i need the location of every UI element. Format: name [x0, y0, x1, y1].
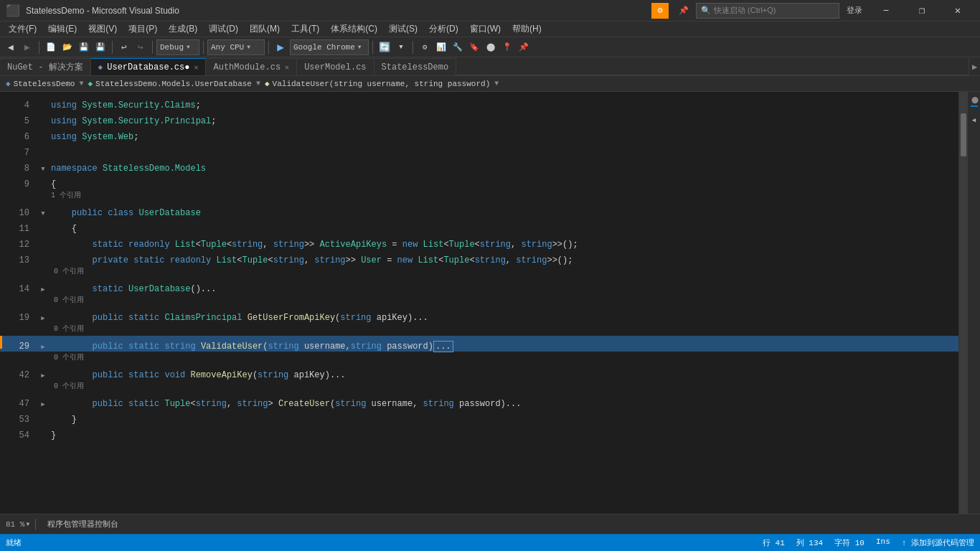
breadcrumb-sep1: ▼ [79, 80, 83, 88]
menu-view[interactable]: 视图(V) [83, 22, 123, 37]
scroll-indicator [971, 105, 978, 107]
code-line-7: 7 [0, 142, 958, 158]
menu-analyze[interactable]: 分析(D) [423, 22, 464, 37]
nav2-btn[interactable]: 📌 [516, 39, 532, 55]
pin-icon[interactable]: 📌 [676, 3, 692, 19]
undo-btn[interactable]: ↩ [116, 39, 132, 55]
status-bar: 就绪 行 41 列 134 字符 10 Ins ↑ 添加到源代码管理 [0, 534, 980, 551]
start-debug-btn[interactable]: ▶ [273, 39, 288, 55]
cpu-dropdown[interactable]: Any CPU ▼ [207, 39, 265, 55]
tab-userdatabase[interactable]: ◈ UserDatabase.cs● ✕ [91, 58, 207, 75]
code-line-29: 29 ▶ public static string ValidateUser(s… [0, 336, 958, 352]
annotation-collapse[interactable]: ◀ [972, 116, 976, 124]
code-area[interactable]: 4 using System.Security.Claims; 5 using … [0, 92, 958, 514]
code-line-14: 14 ▶ static UserDatabase()... [0, 278, 958, 294]
search-icon: 🔍 [701, 6, 711, 15]
restore-button[interactable]: ❐ [905, 0, 938, 22]
breakpoint-btn[interactable]: ⬤ [483, 39, 499, 55]
save-btn[interactable]: 💾 [76, 39, 92, 55]
debug-config-arrow: ▼ [187, 44, 190, 50]
ref-count-42: 0 个引用 [0, 352, 958, 364]
save-all-btn[interactable]: 💾 [93, 39, 108, 55]
vs-logo-icon: ⬛ [6, 4, 20, 18]
breadcrumb-file-icon: ◈ [6, 79, 11, 88]
tab-file-icon: ◈ [98, 62, 103, 72]
menu-window[interactable]: 窗口(W) [464, 22, 507, 37]
menu-edit[interactable]: 编辑(E) [42, 22, 83, 37]
ref-count-29: 0 个引用 [0, 323, 958, 336]
menu-project[interactable]: 项目(P) [123, 22, 163, 37]
code-line-11: 11 { [0, 218, 958, 234]
browser-dropdown[interactable]: Google Chrome ▼ [290, 39, 369, 55]
code-line-4: 4 using System.Security.Claims; [0, 95, 958, 110]
menu-help[interactable]: 帮助(H) [507, 22, 547, 37]
menu-team[interactable]: 团队(M) [244, 22, 286, 37]
open-btn[interactable]: 📂 [60, 39, 75, 55]
code-line-12: 12 static readonly List<Tuple<string, st… [0, 234, 958, 250]
redo-btn[interactable]: ↪ [133, 39, 149, 55]
menu-file[interactable]: 文件(F) [3, 22, 42, 37]
breadcrumb-sep3: ▼ [494, 80, 499, 88]
code-line-42: 42 ▶ public static void RemoveApiKey(str… [0, 364, 958, 380]
code-editor-wrapper[interactable]: 4 using System.Security.Claims; 5 using … [0, 92, 958, 514]
tab-statelessdemo[interactable]: StatelessDemo [374, 58, 457, 75]
menu-debug[interactable]: 调试(D) [203, 22, 244, 37]
vertical-scrollbar[interactable] [958, 92, 967, 514]
tab-authmodule[interactable]: AuthModule.cs ✕ [206, 58, 297, 75]
toolbar: ◀ ▶ 📄 📂 💾 💾 ↩ ↪ Debug ▼ Any CPU ▼ ▶ Goog… [0, 37, 980, 57]
diag-btn[interactable]: 🔧 [450, 39, 466, 55]
close-button[interactable]: ✕ [941, 0, 974, 22]
bookmark-btn[interactable]: 🔖 [466, 39, 482, 55]
menu-architecture[interactable]: 体系结构(C) [325, 22, 383, 37]
breadcrumb-ns-icon: ◆ [88, 79, 93, 88]
ref-count-47: 0 个引用 [0, 380, 958, 393]
breadcrumb-project[interactable]: StatelessDemo [14, 80, 75, 88]
menu-bar: 文件(F) 编辑(E) 视图(V) 项目(P) 生成(B) 调试(D) 团队(M… [0, 22, 980, 37]
nav-btn[interactable]: 📍 [499, 39, 515, 55]
quick-launch-box[interactable]: 🔍 快速启动 (Ctrl+Q) [696, 3, 839, 19]
tab-close-authmodule[interactable]: ✕ [285, 63, 289, 72]
menu-test[interactable]: 测试(S) [383, 22, 423, 37]
tab-nuget[interactable]: NuGet - 解决方案 [0, 58, 91, 75]
cpu-arrow: ▼ [247, 44, 250, 50]
code-line-5: 5 using System.Security.Principal; [0, 110, 958, 126]
menu-build[interactable]: 生成(B) [163, 22, 203, 37]
attach-btn[interactable]: ⚙ [417, 39, 433, 55]
ref-count-14: 0 个引用 [0, 265, 958, 278]
breadcrumb-sep2: ▼ [256, 80, 260, 88]
title-bar: ⬛ StatelessDemo - Microsoft Visual Studi… [0, 0, 980, 22]
menu-tools[interactable]: 工具(T) [286, 22, 325, 37]
debug-config-dropdown[interactable]: Debug ▼ [156, 39, 199, 55]
code-line-13: 13 private static readonly List<Tuple<st… [0, 250, 958, 265]
scroll-thumb[interactable] [961, 113, 966, 156]
breadcrumb-namespace[interactable]: StatelessDemo.Models.UserDatabase [95, 80, 252, 88]
ref-count-class: 1 个引用 [0, 189, 958, 202]
tab-close-userdatabase[interactable]: ✕ [194, 63, 198, 72]
breadcrumb-method-icon: ◆ [265, 79, 270, 88]
code-line-10: 10 ▼ public class UserDatabase [0, 202, 958, 218]
tab-bar: NuGet - 解决方案 ◈ UserDatabase.cs● ✕ AuthMo… [0, 57, 980, 76]
code-line-8: 8 ▼ namespace StatelessDemo.Models [0, 158, 958, 174]
package-manager-tab[interactable]: 程序包管理器控制台 [42, 517, 124, 531]
back-btn[interactable]: ◀ [3, 39, 19, 55]
breadcrumb-method[interactable]: ValidateUser(string username, string pas… [273, 80, 491, 88]
minimize-button[interactable]: − [870, 0, 903, 22]
code-line-54: 54 } [0, 425, 958, 441]
status-text: 就绪 [6, 537, 22, 548]
status-row: 行 41 [763, 537, 785, 548]
code-line-47: 47 ▶ public static Tuple<string, string>… [0, 393, 958, 409]
code-line-19: 19 ▶ public static ClaimsPrincipal GetUs… [0, 307, 958, 323]
perf-btn[interactable]: 📊 [433, 39, 449, 55]
zoom-level[interactable]: 81 % ▼ [6, 520, 29, 529]
editor-container: 4 using System.Security.Claims; 5 using … [0, 92, 980, 514]
login-btn[interactable]: 登录 [847, 5, 862, 16]
tab-scroll-right[interactable]: ▶ [969, 58, 980, 75]
funnel-icon: ⚙ [651, 3, 669, 19]
quick-launch-label: 快速启动 (Ctrl+Q) [714, 5, 776, 16]
refresh-btn[interactable]: 🔄 [377, 39, 392, 55]
new-project-btn[interactable]: 📄 [43, 39, 59, 55]
add-to-source-control[interactable]: ↑ 添加到源代码管理 [902, 537, 974, 548]
status-char: 字符 10 [834, 537, 864, 548]
forward-btn[interactable]: ▶ [19, 39, 35, 55]
tab-usermodel[interactable]: UserModel.cs [297, 58, 374, 75]
